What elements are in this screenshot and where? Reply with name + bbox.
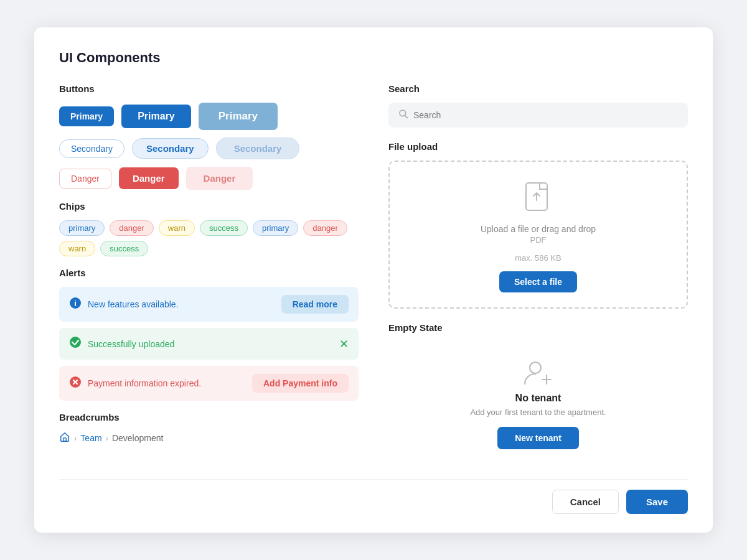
svg-point-2 xyxy=(70,337,81,348)
danger-button-large[interactable]: Danger xyxy=(186,167,253,190)
alert-success: Successfully uploaded ✕ xyxy=(59,328,359,360)
empty-state-description: Add your first tenant to the apartment. xyxy=(401,408,675,417)
chip-success[interactable]: success xyxy=(200,220,248,236)
alert-danger-text: Payment information expired. xyxy=(88,378,246,388)
search-input-wrap xyxy=(388,103,688,128)
file-upload-text: Upload a file or drag and drop xyxy=(402,224,674,234)
alert-close-button[interactable]: ✕ xyxy=(339,337,349,351)
search-section-title: Search xyxy=(388,83,688,94)
info-icon: i xyxy=(69,297,82,312)
svg-rect-6 xyxy=(63,438,67,441)
chip-primary[interactable]: primary xyxy=(59,220,105,236)
danger-button-medium[interactable]: Danger xyxy=(119,167,179,189)
file-upload-box[interactable]: Upload a file or drag and drop PDF max. … xyxy=(388,161,688,309)
left-column: Buttons Primary Primary Primary Secondar… xyxy=(59,83,359,462)
primary-buttons-row: Primary Primary Primary xyxy=(59,103,359,130)
person-add-icon xyxy=(524,359,553,386)
alerts-section-title: Alerts xyxy=(59,268,359,278)
chip-danger-outline[interactable]: danger xyxy=(303,220,347,236)
read-more-button[interactable]: Read more xyxy=(281,295,349,314)
save-button[interactable]: Save xyxy=(626,490,688,514)
breadcrumbs: › Team › Development xyxy=(59,431,359,445)
chip-danger[interactable]: danger xyxy=(110,220,153,236)
breadcrumb-separator-1: › xyxy=(74,434,77,443)
chip-warn[interactable]: warn xyxy=(159,220,195,236)
file-upload-max: max. 586 KB xyxy=(402,253,674,263)
select-file-button[interactable]: Select a file xyxy=(499,271,577,292)
empty-state-section: Empty State No tenant Add your first ten… xyxy=(388,322,688,462)
breadcrumbs-section-title: Breadcrumbs xyxy=(59,412,359,422)
success-icon xyxy=(69,336,82,352)
search-icon xyxy=(398,109,408,121)
svg-point-10 xyxy=(530,362,541,373)
cancel-button[interactable]: Cancel xyxy=(552,490,619,514)
chip-success-outline[interactable]: success xyxy=(100,241,148,256)
secondary-button-small[interactable]: Secondary xyxy=(59,139,125,158)
empty-state-title: No tenant xyxy=(401,393,675,404)
alert-info: i New features available. Read more xyxy=(59,287,359,322)
new-tenant-button[interactable]: New tenant xyxy=(497,427,579,449)
main-modal: UI Components Buttons Primary Primary Pr… xyxy=(34,27,713,533)
primary-button-large[interactable]: Primary xyxy=(199,103,278,130)
empty-state-box: No tenant Add your first tenant to the a… xyxy=(388,342,688,462)
breadcrumb-separator-2: › xyxy=(106,434,108,443)
search-section: Search xyxy=(388,83,688,128)
secondary-buttons-row: Secondary Secondary Secondary xyxy=(59,138,359,159)
chips-section-title: Chips xyxy=(59,201,359,212)
search-input[interactable] xyxy=(413,110,678,120)
empty-state-section-title: Empty State xyxy=(388,322,688,333)
modal-footer: Cancel Save xyxy=(59,479,688,514)
buttons-section: Buttons Primary Primary Primary Secondar… xyxy=(59,83,359,190)
alert-success-text: Successfully uploaded xyxy=(88,339,333,349)
file-upload-icon xyxy=(525,182,552,217)
alert-danger: Payment information expired. Add Payment… xyxy=(59,366,359,401)
chips-row: primary danger warn success primary dang… xyxy=(59,220,359,256)
chip-warn-outline[interactable]: warn xyxy=(59,241,95,256)
file-upload-type: PDF xyxy=(402,235,674,245)
breadcrumbs-section: Breadcrumbs › Team › Development xyxy=(59,412,359,445)
danger-button-small[interactable]: Danger xyxy=(59,169,111,189)
buttons-section-title: Buttons xyxy=(59,83,359,94)
alerts-section: Alerts i New features available. Read mo… xyxy=(59,268,359,401)
breadcrumb-development: Development xyxy=(112,433,164,443)
svg-line-8 xyxy=(405,115,407,118)
file-upload-section-title: File upload xyxy=(388,141,688,152)
danger-icon xyxy=(69,376,82,391)
add-payment-button[interactable]: Add Payment info xyxy=(252,374,349,393)
danger-buttons-row: Danger Danger Danger xyxy=(59,167,359,190)
home-icon[interactable] xyxy=(59,431,70,445)
secondary-button-medium[interactable]: Secondary xyxy=(132,138,209,159)
secondary-button-large[interactable]: Secondary xyxy=(216,138,300,159)
file-upload-section: File upload Upload a file or drag and dr… xyxy=(388,141,688,309)
primary-button-small[interactable]: Primary xyxy=(59,106,114,126)
primary-button-medium[interactable]: Primary xyxy=(121,105,191,128)
chips-section: Chips primary danger warn success primar… xyxy=(59,201,359,256)
breadcrumb-team[interactable]: Team xyxy=(80,433,101,443)
chip-primary-outline[interactable]: primary xyxy=(253,220,298,236)
svg-text:i: i xyxy=(74,299,77,308)
right-column: Search File upload xyxy=(388,83,688,462)
alert-info-text: New features available. xyxy=(88,299,275,309)
modal-title: UI Components xyxy=(59,50,688,66)
